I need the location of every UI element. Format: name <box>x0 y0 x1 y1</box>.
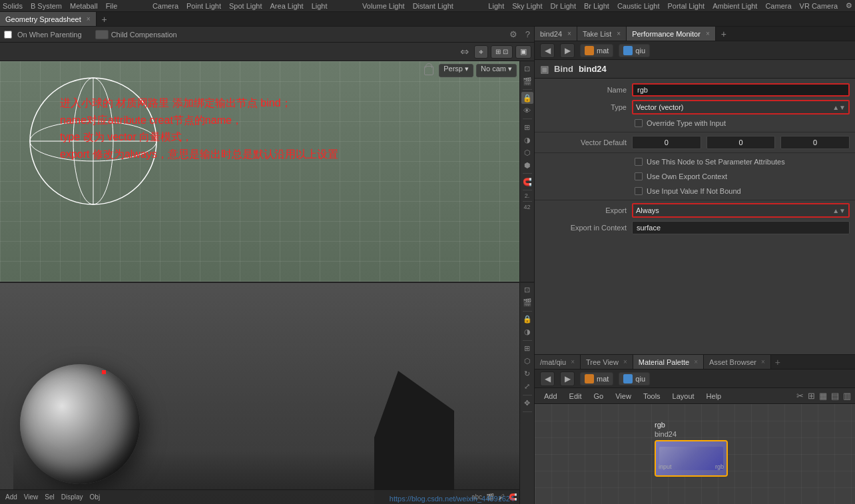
tab-geometry-spreadsheet[interactable]: Geometry Spreadsheet × <box>0 12 97 26</box>
render-view[interactable]: View <box>21 491 41 503</box>
b-icon-2[interactable]: 🎬 <box>521 297 533 309</box>
perspective-btn[interactable]: Persp ▾ <box>439 64 473 77</box>
layout-icon-2[interactable]: ▦ <box>819 391 827 401</box>
prop-name-input[interactable] <box>632 83 850 97</box>
menu-vr-camera[interactable]: VR Camera <box>800 2 838 10</box>
bottom-breadcrumb-mat[interactable]: mat <box>580 372 613 385</box>
render-obj[interactable]: Obj <box>87 491 103 503</box>
asset-browser-close[interactable]: × <box>761 358 765 366</box>
export-select[interactable]: Always ▲▼ <box>632 203 850 218</box>
b-icon-8[interactable]: ⤢ <box>521 381 533 393</box>
icon-render[interactable]: 🎬 <box>521 75 533 87</box>
icon-grid[interactable]: ⊞ <box>521 121 533 133</box>
watermark-link[interactable]: https://blog.csdn.net/weixin_44091624 <box>390 495 514 503</box>
menu-tools[interactable]: Tools <box>638 391 666 401</box>
icon-wireframe[interactable]: ⬡ <box>521 146 533 158</box>
bottom-tab-add[interactable]: + <box>771 355 784 369</box>
render-display[interactable]: Display <box>59 491 86 503</box>
render-add[interactable]: Add <box>3 491 20 503</box>
menu-volume-light[interactable]: Volume Light <box>362 2 405 10</box>
cut-icon[interactable]: ✂ <box>796 391 804 401</box>
icon-visibility[interactable]: 👁 <box>521 105 533 117</box>
snap-icon[interactable]: ⇔ <box>460 45 469 58</box>
b-icon-4[interactable]: ◑ <box>521 326 533 338</box>
b-icon-9[interactable]: ✥ <box>521 397 533 409</box>
viewport-maximize-btn[interactable]: ▣ <box>515 45 531 59</box>
menu-settings[interactable]: ⚙ <box>846 1 852 10</box>
b-icon-7[interactable]: ↻ <box>521 368 533 380</box>
on-when-parenting-checkbox[interactable] <box>4 31 12 39</box>
layout-icon-4[interactable]: ▥ <box>843 391 851 401</box>
icon-snap[interactable]: 🧲 <box>521 176 533 188</box>
menu-b-system[interactable]: B System <box>31 2 62 10</box>
layout-icon-3[interactable]: ▤ <box>831 391 839 401</box>
breadcrumb-mat[interactable]: mat <box>580 44 613 57</box>
tab-mat-qiu[interactable]: /mat/qiu × <box>535 355 581 369</box>
tab-asset-browser[interactable]: Asset Browser × <box>704 355 771 369</box>
menu-help[interactable]: Help <box>701 391 727 401</box>
mat-qiu-close[interactable]: × <box>571 358 575 366</box>
menu-caustic[interactable]: Caustic Light <box>617 2 660 10</box>
layout-icon-1[interactable]: ⊞ <box>808 391 815 401</box>
vector-y-input[interactable]: 0 <box>707 136 776 149</box>
tab-add-main[interactable]: + <box>97 12 113 26</box>
camera-btn[interactable]: No cam ▾ <box>476 64 517 77</box>
use-own-export-checkbox[interactable] <box>635 172 643 180</box>
nav-back[interactable]: ◀ <box>540 43 555 58</box>
node-box[interactable]: input rgb <box>655 440 728 477</box>
settings-icon[interactable]: ⚙ <box>509 29 517 39</box>
display-options-btn[interactable]: ⊞ ⊡ <box>491 45 513 59</box>
menu-light2[interactable]: Light <box>488 2 504 10</box>
menu-dr-light[interactable]: Dr Light <box>550 2 576 10</box>
use-input-checkbox[interactable] <box>635 187 643 195</box>
menu-br-light[interactable]: Br Light <box>584 2 609 10</box>
tree-view-close[interactable]: × <box>623 358 627 366</box>
menu-solids[interactable]: Solids <box>3 2 23 10</box>
menu-point-light[interactable]: Point Light <box>186 2 221 10</box>
prop-type-select[interactable]: Vector (vector) ▲▼ <box>632 100 850 115</box>
override-checkbox[interactable] <box>635 119 643 127</box>
tab-add-right[interactable]: + <box>716 27 732 41</box>
b-icon-6[interactable]: ⬡ <box>521 356 533 368</box>
tab-take-list-close[interactable]: × <box>617 30 621 37</box>
breadcrumb-qiu[interactable]: qiu <box>619 44 650 57</box>
icon-smooth[interactable]: ⬢ <box>521 159 533 171</box>
b-icon-1[interactable]: ⊡ <box>521 284 533 296</box>
tab-material-palette[interactable]: Material Palette × <box>633 355 704 369</box>
render-sel[interactable]: Sel <box>42 491 57 503</box>
menu-portal[interactable]: Portal Light <box>668 2 705 10</box>
use-node-checkbox[interactable] <box>635 158 643 166</box>
tab-tree-view[interactable]: Tree View × <box>581 355 633 369</box>
b-icon-3[interactable]: 🔒 <box>521 314 533 326</box>
menu-edit[interactable]: Edit <box>564 391 587 401</box>
menu-add[interactable]: Add <box>539 391 563 401</box>
menu-go[interactable]: Go <box>589 391 609 401</box>
menu-light[interactable]: Light <box>312 2 328 10</box>
tab-take-list[interactable]: Take List × <box>577 27 627 41</box>
menu-distant-light[interactable]: Distant Light <box>413 2 453 10</box>
icon-lock[interactable]: 🔒 <box>521 92 533 104</box>
menu-area-light[interactable]: Area Light <box>270 2 304 10</box>
tab-perf-close[interactable]: × <box>706 30 710 37</box>
menu-layout[interactable]: Layout <box>667 391 700 401</box>
nav-forward[interactable]: ▶ <box>560 43 575 58</box>
menu-metaball[interactable]: Metaball <box>70 2 98 10</box>
help-icon[interactable]: ? <box>525 29 530 39</box>
menu-file[interactable]: File <box>106 2 118 10</box>
tab-performance-monitor[interactable]: Performance Monitor × <box>627 27 716 41</box>
bottom-nav-back[interactable]: ◀ <box>540 372 555 386</box>
material-palette-close[interactable]: × <box>694 358 698 366</box>
menu-spot-light[interactable]: Spot Light <box>229 2 262 10</box>
tab-bind24-close[interactable]: × <box>567 30 571 37</box>
bottom-breadcrumb-qiu[interactable]: qiu <box>619 372 650 385</box>
lock-icon[interactable] <box>424 66 433 75</box>
view-transform-btn[interactable]: ⌖ <box>474 45 488 59</box>
tab-bind24[interactable]: bind24 × <box>535 27 577 41</box>
vector-z-input[interactable]: 0 <box>780 136 850 149</box>
vector-x-input[interactable]: 0 <box>632 136 701 149</box>
menu-camera[interactable]: Camera <box>152 2 178 10</box>
node-rgb-bind24[interactable]: rgb bind24 input rgb <box>655 421 728 477</box>
menu-sky-light[interactable]: Sky Light <box>512 2 542 10</box>
icon-scene[interactable]: ⊡ <box>521 63 533 75</box>
menu-view[interactable]: View <box>610 391 637 401</box>
